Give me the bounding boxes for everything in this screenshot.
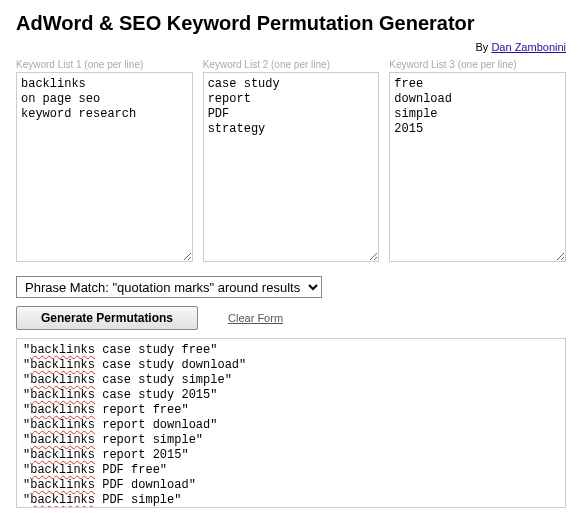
keyword-list-2[interactable] <box>203 72 380 262</box>
list2-label: Keyword List 2 (one per line) <box>203 59 380 70</box>
byline-prefix: By <box>476 41 492 53</box>
page-title: AdWord & SEO Keyword Permutation Generat… <box>16 12 566 35</box>
author-link[interactable]: Dan Zambonini <box>491 41 566 53</box>
clear-form-link[interactable]: Clear Form <box>228 312 283 324</box>
byline: By Dan Zambonini <box>16 41 566 53</box>
list1-label: Keyword List 1 (one per line) <box>16 59 193 70</box>
results-output[interactable]: "backlinks case study free" "backlinks c… <box>16 338 566 508</box>
match-type-select[interactable]: Phrase Match: "quotation marks" around r… <box>16 276 322 298</box>
list3-label: Keyword List 3 (one per line) <box>389 59 566 70</box>
keyword-list-3[interactable] <box>389 72 566 262</box>
keyword-list-1[interactable] <box>16 72 193 262</box>
generate-button[interactable]: Generate Permutations <box>16 306 198 330</box>
